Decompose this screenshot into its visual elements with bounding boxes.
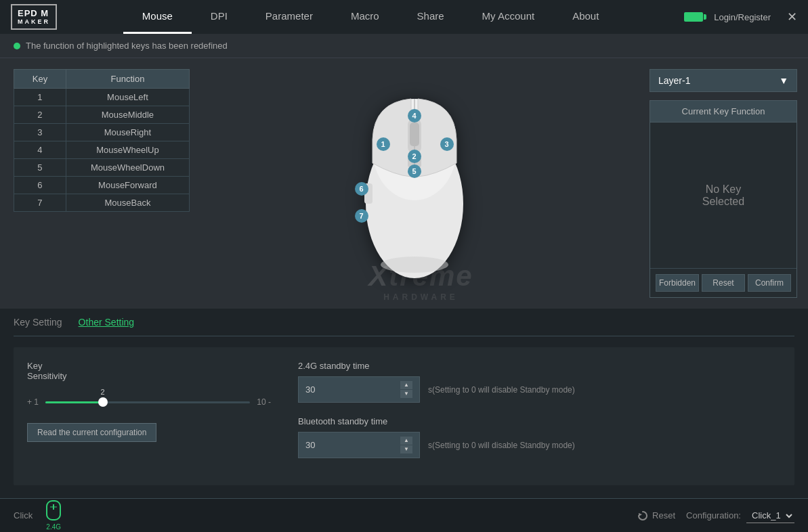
dropdown-arrow-icon: ▼	[779, 75, 788, 86]
slider-value: 2	[101, 388, 105, 396]
mouse-status-icon	[46, 500, 61, 522]
standby-2g-up[interactable]: ▲	[400, 381, 412, 389]
key-num: 7	[14, 194, 66, 212]
reset-label: Reset	[652, 510, 675, 520]
key-num: 4	[14, 141, 66, 159]
key-badge-6[interactable]: 6	[355, 182, 368, 196]
slider-track	[45, 401, 250, 403]
close-button[interactable]: ✕	[787, 9, 797, 24]
col-header-key: Key	[14, 70, 66, 89]
key-badge-5[interactable]: 5	[408, 164, 421, 178]
notification-text: The function of highlighted keys has bee…	[26, 41, 228, 51]
standby-2g-spinner: ▲ ▼	[400, 381, 412, 398]
key-table: Key Function 1 MouseLeft 2 MouseMiddle 3…	[14, 69, 190, 212]
key-function: MouseRight	[66, 124, 189, 141]
standby-bt-value: 30	[305, 440, 315, 450]
tab-about[interactable]: About	[553, 0, 618, 34]
table-row[interactable]: 3 MouseRight	[14, 124, 190, 141]
col-header-function: Function	[66, 70, 189, 89]
standby-bt-down[interactable]: ▼	[400, 445, 412, 453]
titlebar-right: Login/Register ✕	[684, 9, 797, 24]
key-function: MouseMiddle	[66, 106, 189, 124]
svg-marker-11	[639, 513, 642, 516]
table-row[interactable]: 4 MouseWheelUp	[14, 141, 190, 159]
current-key-title: Current Key Function	[650, 101, 796, 123]
tab-parameter[interactable]: Parameter	[247, 0, 332, 34]
standby-bt-up[interactable]: ▲	[400, 437, 412, 445]
settings-area: KeySensitivity + 1 2 10 - Read the curre…	[14, 347, 794, 485]
sensitivity-label: KeySensitivity	[27, 361, 271, 381]
tab-mouse[interactable]: Mouse	[123, 0, 192, 34]
slider-thumb[interactable]	[98, 397, 108, 407]
standby-section: 2.4G standby time 30 ▲ ▼ s(Setting to 0 …	[298, 361, 781, 472]
standby-2g-input[interactable]: 30 ▲ ▼	[298, 376, 420, 403]
bottom-tab-row: Key Setting Other Setting	[14, 309, 794, 336]
key-badge-2[interactable]: 2	[408, 150, 421, 163]
slider-min-label: + 1	[27, 397, 39, 407]
table-row[interactable]: 2 MouseMiddle	[14, 106, 190, 124]
standby-bt-item: Bluetooth standby time 30 ▲ ▼ s(Setting …	[298, 416, 781, 458]
logo-line1: EPD M	[18, 8, 50, 19]
click-label: Click	[14, 510, 33, 520]
config-label: Configuration:	[686, 510, 741, 520]
key-function: MouseWheelUp	[66, 141, 189, 159]
key-num: 2	[14, 106, 66, 124]
notification-bar: The function of highlighted keys has bee…	[0, 34, 808, 58]
table-row[interactable]: 6 MouseForward	[14, 177, 190, 194]
key-badge-3[interactable]: 3	[440, 137, 454, 151]
freq-label: 2.4G	[46, 523, 61, 531]
status-right: Reset Configuration: Click_1	[637, 508, 794, 523]
key-function: MouseLeft	[66, 89, 189, 106]
key-num: 1	[14, 89, 66, 106]
key-badge-1[interactable]: 1	[377, 137, 390, 151]
key-badge-4[interactable]: 4	[408, 109, 421, 123]
standby-2g-item: 2.4G standby time 30 ▲ ▼ s(Setting to 0 …	[298, 361, 781, 403]
tab-dpi[interactable]: DPI	[192, 0, 247, 34]
tab-myaccount[interactable]: My Account	[463, 0, 554, 34]
key-num: 5	[14, 159, 66, 177]
forbidden-button[interactable]: Forbidden	[656, 274, 699, 292]
key-num: 6	[14, 177, 66, 194]
right-panel: Layer-1 ▼ Current Key Function No KeySel…	[639, 58, 808, 309]
layer-label: Layer-1	[658, 75, 690, 86]
layer-dropdown[interactable]: Layer-1 ▼	[650, 69, 797, 92]
standby-bt-input[interactable]: 30 ▲ ▼	[298, 432, 420, 458]
login-register-link[interactable]: Login/Register	[714, 12, 771, 22]
current-key-content: No KeySelected	[650, 123, 796, 268]
config-select[interactable]: Click_1	[746, 508, 794, 523]
mouse-diagram: Xtreme HARDWARE	[203, 58, 639, 309]
tab-macro[interactable]: Macro	[332, 0, 398, 34]
table-row[interactable]: 1 MouseLeft	[14, 89, 190, 106]
standby-2g-down[interactable]: ▼	[400, 390, 412, 398]
read-config-button[interactable]: Read the current configuration	[27, 423, 156, 442]
tab-key-setting[interactable]: Key Setting	[14, 317, 62, 328]
logo-line2: MAKER	[18, 18, 50, 26]
table-row[interactable]: 5 MouseWheelDown	[14, 159, 190, 177]
current-key-actions: Forbidden Reset Confirm	[650, 268, 796, 297]
mouse-container: 1 2 3 4 5 6 7	[340, 82, 503, 285]
standby-bt-label: Bluetooth standby time	[298, 416, 781, 426]
confirm-button[interactable]: Confirm	[748, 274, 791, 292]
bottom-section: Key Setting Other Setting KeySensitivity…	[0, 309, 808, 499]
standby-2g-label: 2.4G standby time	[298, 361, 781, 371]
tab-other-setting[interactable]: Other Setting	[79, 317, 135, 328]
standby-bt-input-row: 30 ▲ ▼ s(Setting to 0 will disable Stand…	[298, 432, 781, 458]
key-num: 3	[14, 124, 66, 141]
reset-button[interactable]: Reset	[702, 274, 745, 292]
current-key-panel: Current Key Function No KeySelected Forb…	[650, 100, 797, 298]
slider-row: + 1 2 10 -	[27, 397, 271, 407]
logo: EPD M MAKER	[11, 4, 57, 30]
key-badge-7[interactable]: 7	[355, 209, 368, 223]
table-row[interactable]: 7 MouseBack	[14, 194, 190, 212]
standby-2g-note: s(Setting to 0 will disable Standby mode…	[428, 385, 575, 395]
status-left: Click	[14, 510, 33, 520]
no-key-text: No KeySelected	[702, 183, 744, 208]
slider-wrapper: 2	[45, 401, 250, 403]
sensitivity-section: KeySensitivity + 1 2 10 - Read the curre…	[27, 361, 271, 442]
status-reset-button[interactable]: Reset	[637, 510, 675, 521]
key-function: MouseForward	[66, 177, 189, 194]
titlebar: EPD M MAKER Mouse DPI Parameter Macro Sh…	[0, 0, 808, 34]
tab-share[interactable]: Share	[398, 0, 463, 34]
key-function: MouseBack	[66, 194, 189, 212]
slider-fill	[45, 401, 103, 403]
